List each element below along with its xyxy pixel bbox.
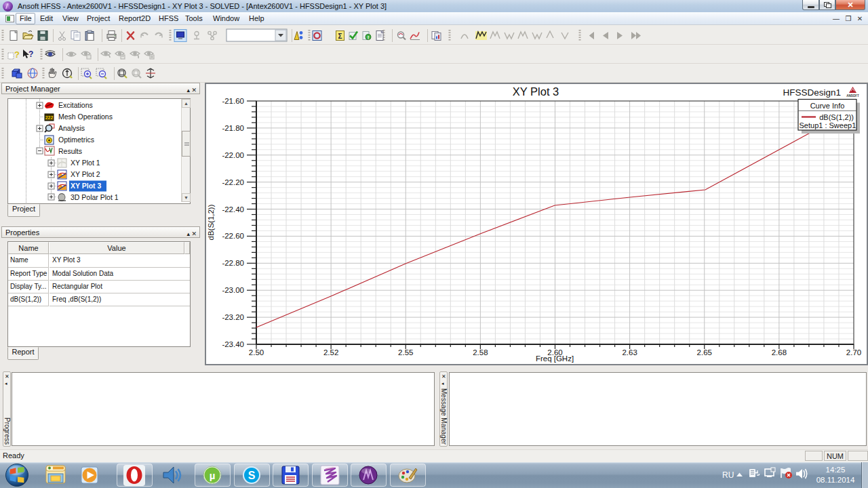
svg-text:Freq [GHz]: Freq [GHz]	[536, 354, 574, 363]
svg-text:2.52: 2.52	[323, 348, 338, 357]
svg-text:dB(S(1,2)): dB(S(1,2))	[207, 204, 215, 240]
svg-text:2.68: 2.68	[772, 348, 787, 357]
svg-text:Σ: Σ	[338, 33, 342, 40]
svg-text:222: 222	[45, 115, 54, 120]
svg-text:Setup1 : Sweep1: Setup1 : Sweep1	[800, 121, 856, 129]
svg-text:Results: Results	[58, 147, 82, 155]
svg-text:XY Plot 3: XY Plot 3	[71, 182, 101, 190]
svg-text:Curve Info: Curve Info	[810, 102, 845, 110]
svg-text:-22.80: -22.80	[222, 259, 244, 267]
svg-text:14:25: 14:25	[826, 466, 846, 474]
svg-text:2.63: 2.63	[622, 348, 637, 357]
svg-text:2.58: 2.58	[473, 348, 488, 357]
svg-text:?: ?	[28, 49, 33, 59]
svg-text:2.55: 2.55	[398, 348, 413, 357]
svg-text:Excitations: Excitations	[58, 101, 93, 109]
svg-text:3D Polar Plot 1: 3D Polar Plot 1	[71, 193, 119, 201]
svg-text:XY Plot 3: XY Plot 3	[513, 85, 559, 98]
svg-text:?: ?	[14, 49, 20, 60]
svg-text:µ: µ	[210, 470, 216, 481]
svg-text:Optimetrics: Optimetrics	[58, 136, 94, 144]
svg-text:!: !	[368, 35, 370, 41]
svg-text:S: S	[248, 470, 256, 481]
svg-text:-22.00: -22.00	[222, 151, 244, 159]
svg-text:dB(S(1,2)): dB(S(1,2))	[819, 113, 854, 121]
svg-text:2.65: 2.65	[697, 348, 712, 357]
svg-text:Analysis: Analysis	[58, 124, 85, 132]
svg-text:HFSSDesign1: HFSSDesign1	[783, 87, 841, 98]
svg-text:XY Plot 2: XY Plot 2	[71, 170, 100, 178]
svg-text:ANSOFT: ANSOFT	[846, 94, 859, 98]
svg-text:-22.60: -22.60	[222, 232, 244, 240]
svg-text:-21.60: -21.60	[222, 97, 244, 105]
svg-text:-21.80: -21.80	[222, 124, 244, 132]
svg-text:XY Plot 1: XY Plot 1	[71, 159, 100, 167]
svg-text:-22.20: -22.20	[222, 178, 244, 186]
svg-text:-23.40: -23.40	[222, 340, 244, 348]
svg-text:2.70: 2.70	[846, 348, 861, 357]
svg-text:-23.20: -23.20	[222, 313, 244, 321]
svg-text:-22.40: -22.40	[222, 205, 244, 214]
svg-text:Mesh Operations: Mesh Operations	[58, 113, 113, 121]
svg-text:08.11.2014: 08.11.2014	[816, 476, 855, 484]
svg-text:-23.00: -23.00	[222, 286, 244, 294]
svg-text:RU: RU	[722, 470, 734, 480]
svg-text:2.50: 2.50	[249, 348, 264, 357]
